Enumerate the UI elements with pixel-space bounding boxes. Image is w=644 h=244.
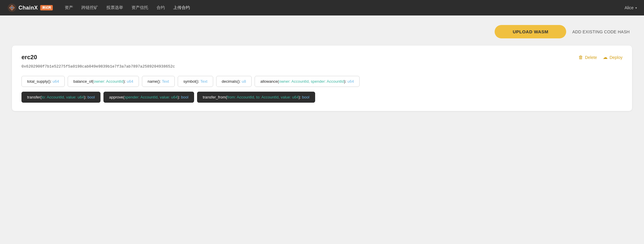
nav-item-mining[interactable]: 跨链挖矿 bbox=[81, 5, 98, 10]
mutable-methods-row: transfer(to: AccountId, value: u64): boo… bbox=[21, 92, 623, 103]
contract-hash: 0x6202900f7b1e52275f5a0198cab049e9839b1e… bbox=[21, 64, 623, 69]
method-total-supply[interactable]: total_supply(): u64 bbox=[21, 76, 65, 87]
method-transfer[interactable]: transfer(to: AccountId, value: u64): boo… bbox=[21, 92, 100, 103]
delete-icon: 🗑 bbox=[578, 55, 583, 60]
navbar: ChainX 测试网 资产 跨链挖矿 投票选举 资产信托 合约 上传合约 Ali… bbox=[0, 0, 644, 15]
username: Alice bbox=[625, 5, 634, 10]
deploy-button[interactable]: ☁ Deploy bbox=[603, 54, 623, 60]
contract-header: erc20 🗑 Delete ☁ Deploy bbox=[21, 54, 623, 61]
contract-action-buttons: 🗑 Delete ☁ Deploy bbox=[578, 54, 623, 60]
logo: ChainX bbox=[7, 3, 38, 12]
method-name: balance_of( bbox=[73, 79, 94, 84]
upload-wasm-button[interactable]: UPLOAD WASM bbox=[495, 25, 566, 38]
method-name: allowance( bbox=[260, 79, 279, 84]
readonly-methods-row: total_supply(): u64 balance_of(owner: Ac… bbox=[21, 76, 623, 87]
method-name-label: name(): bbox=[148, 79, 162, 84]
method-decimals[interactable]: decimals(): u8 bbox=[216, 76, 252, 87]
method-balance-of[interactable]: balance_of(owner: AccountId): u64 bbox=[68, 76, 139, 87]
method-name: decimals(): bbox=[222, 79, 242, 84]
method-name: transfer_from( bbox=[203, 95, 227, 99]
nav-item-assets[interactable]: 资产 bbox=[65, 5, 73, 10]
methods-section: total_supply(): u64 balance_of(owner: Ac… bbox=[21, 76, 623, 103]
nav-item-trust[interactable]: 资产信托 bbox=[131, 5, 148, 10]
user-menu[interactable]: Alice ▾ bbox=[625, 5, 637, 10]
delete-label: Delete bbox=[585, 55, 597, 60]
method-name: approve( bbox=[109, 95, 124, 99]
nav-item-upload[interactable]: 上传合约 bbox=[173, 5, 190, 10]
nav-links: 资产 跨链挖矿 投票选举 资产信托 合约 上传合约 bbox=[65, 5, 190, 10]
delete-button[interactable]: 🗑 Delete bbox=[578, 55, 597, 60]
contract-card: erc20 🗑 Delete ☁ Deploy 0x6202900f7b1e52… bbox=[12, 46, 632, 111]
method-allowance[interactable]: allowance(owner: AccountId, spender: Acc… bbox=[255, 76, 360, 87]
method-name[interactable]: name(): Text bbox=[142, 76, 175, 87]
action-bar: UPLOAD WASM ADD EXISTING CODE HASH bbox=[12, 25, 632, 38]
deploy-icon: ☁ bbox=[603, 54, 608, 60]
testnet-badge: 测试网 bbox=[40, 5, 53, 10]
method-symbol[interactable]: symbol(): Text bbox=[178, 76, 213, 87]
deploy-label: Deploy bbox=[609, 55, 623, 60]
method-name: symbol(): bbox=[183, 79, 200, 84]
method-name: total_supply(): bbox=[27, 79, 52, 84]
method-approve[interactable]: approve(spender: AccountId, value: u64):… bbox=[103, 92, 194, 103]
contract-name: erc20 bbox=[21, 54, 37, 61]
brand-name: ChainX bbox=[18, 5, 38, 11]
nav-item-contract[interactable]: 合约 bbox=[157, 5, 165, 10]
nav-item-vote[interactable]: 投票选举 bbox=[106, 5, 123, 10]
main-content: UPLOAD WASM ADD EXISTING CODE HASH erc20… bbox=[0, 15, 644, 121]
method-transfer-from[interactable]: transfer_from(from: AccountId, to: Accou… bbox=[197, 92, 315, 103]
chainx-logo-icon bbox=[7, 3, 17, 12]
brand-area: ChainX 测试网 bbox=[7, 3, 53, 12]
method-name: transfer( bbox=[27, 95, 41, 99]
add-existing-code-hash-button[interactable]: ADD EXISTING CODE HASH bbox=[572, 29, 630, 34]
chevron-down-icon: ▾ bbox=[635, 6, 637, 10]
